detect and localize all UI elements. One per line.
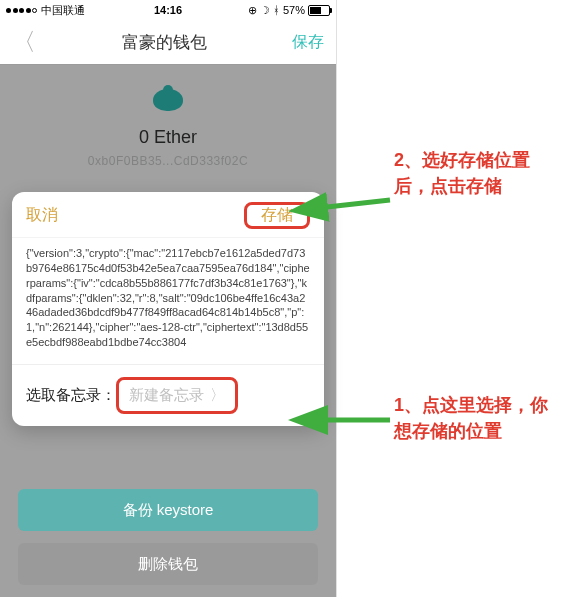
chevron-right-icon: 〉 [210,386,225,405]
memo-label: 选取备忘录： [26,386,116,405]
memo-placeholder: 新建备忘录 [129,386,204,405]
memo-select-button[interactable]: 新建备忘录 〉 [119,380,235,411]
backup-keystore-button[interactable]: 备份 keystore [18,489,318,531]
dnd-icon: ☽ [260,4,270,17]
store-button[interactable]: 存储 [247,202,307,227]
memo-select-highlight: 新建备忘录 〉 [116,377,238,414]
status-bar: 中国联通 14:16 ⊕ ☽ ᚼ 57% [0,0,336,20]
carrier-label: 中国联通 [41,3,85,18]
status-time: 14:16 [154,4,182,16]
annotation-step-2: 2、选好存储位置后，点击存储 [394,147,564,199]
export-sheet: 取消 存储 {"version":3,"crypto":{"mac":"2117… [12,192,324,426]
battery-pct: 57% [283,4,305,16]
nav-save-button[interactable]: 保存 [292,32,324,53]
signal-dots [6,8,37,13]
alarm-icon: ⊕ [248,4,257,17]
battery-icon [308,5,330,16]
store-button-highlight: 存储 [244,202,310,229]
delete-wallet-button[interactable]: 删除钱包 [18,543,318,585]
cancel-button[interactable]: 取消 [26,205,58,226]
phone-frame: 中国联通 14:16 ⊕ ☽ ᚼ 57% 〈 富豪的钱包 保存 0 Ether … [0,0,337,597]
page-title: 富豪的钱包 [122,31,207,54]
nav-bar: 〈 富豪的钱包 保存 [0,20,336,65]
bottom-actions: 备份 keystore 删除钱包 [18,477,318,585]
back-button[interactable]: 〈 [12,26,36,58]
bluetooth-icon: ᚼ [273,4,280,16]
annotation-step-1: 1、点这里选择，你想存储的位置 [394,392,564,444]
memo-row: 选取备忘录： 新建备忘录 〉 [12,364,324,426]
keystore-json-text: {"version":3,"crypto":{"mac":"2117ebcb7e… [12,237,324,364]
